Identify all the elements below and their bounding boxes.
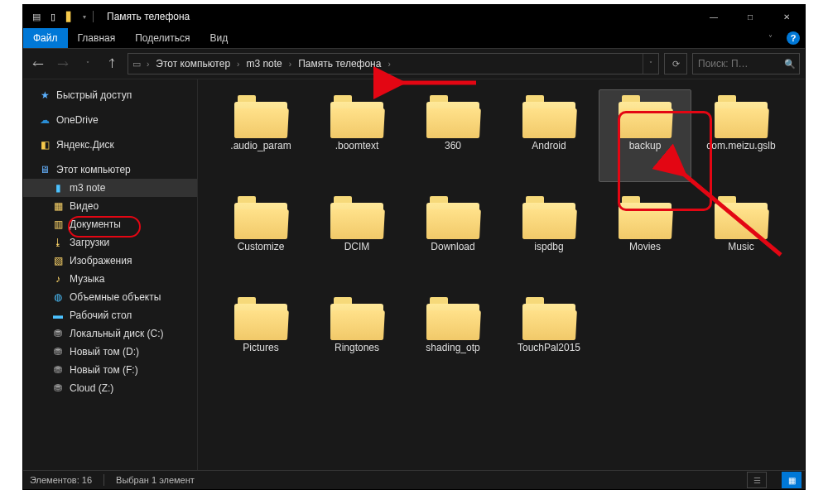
navigation-pane: ★Быстрый доступ ☁OneDrive ◧Яндекс.Диск 🖥… <box>23 79 198 470</box>
close-button[interactable]: ✕ <box>768 5 805 28</box>
sidebar-local-c[interactable]: ⛃Локальный диск (C:) <box>23 324 197 343</box>
folder-item[interactable]: shading_otp <box>407 291 499 384</box>
sidebar-music[interactable]: ♪Музыка <box>23 270 197 288</box>
chevron-right-icon[interactable]: › <box>145 60 151 69</box>
tab-home[interactable]: Главная <box>68 28 126 48</box>
folder-icon <box>619 95 672 138</box>
folder-icon <box>522 196 575 239</box>
sidebar-downloads[interactable]: ⭳Загрузки <box>23 233 197 252</box>
sidebar-new-f[interactable]: ⛃Новый том (F:) <box>23 361 197 379</box>
address-dropdown-icon[interactable]: ˅ <box>643 54 658 74</box>
folder-item[interactable]: DCIM <box>310 190 403 283</box>
sidebar-desktop[interactable]: ▬Рабочий стол <box>23 306 197 324</box>
folder-item[interactable]: com.meizu.gslb <box>695 89 787 182</box>
refresh-button[interactable]: ⟳ <box>664 53 687 74</box>
folder-item[interactable]: 360 <box>407 89 499 182</box>
sidebar-yandex-disk[interactable]: ◧Яндекс.Диск <box>23 136 197 154</box>
sidebar-pictures[interactable]: ▧Изображения <box>23 252 197 270</box>
search-box[interactable]: 🔍 <box>692 53 800 74</box>
folder-item[interactable]: Android <box>503 89 595 182</box>
folder-label: TouchPal2015 <box>518 342 580 353</box>
address-bar[interactable]: ▭ › Этот компьютер › m3 note › Память те… <box>128 53 659 74</box>
folder-item[interactable]: TouchPal2015 <box>503 291 595 384</box>
chevron-right-icon[interactable]: › <box>287 60 293 69</box>
drive-icon: ⛃ <box>51 327 65 340</box>
folder-item[interactable]: Ringtones <box>310 291 403 384</box>
nav-forward-button[interactable]: 🡒 <box>53 54 73 74</box>
folder-icon <box>426 95 479 138</box>
maximize-button[interactable]: □ <box>732 5 768 28</box>
tab-share[interactable]: Поделиться <box>125 28 200 48</box>
sidebar-item-label: Загрузки <box>70 237 109 248</box>
help-button[interactable]: ? <box>782 28 805 48</box>
folder-item[interactable]: .boomtext <box>310 89 403 182</box>
folder-label: com.meizu.gslb <box>706 140 775 151</box>
sidebar-documents[interactable]: ▥Документы <box>23 215 197 233</box>
sidebar-new-d[interactable]: ⛃Новый том (D:) <box>23 343 197 361</box>
ribbon-expand-icon[interactable]: ˅ <box>758 28 782 48</box>
status-separator <box>104 474 104 486</box>
folder-item[interactable]: Pictures <box>214 291 307 384</box>
minimize-button[interactable]: — <box>696 5 732 28</box>
sidebar-item-label: Музыка <box>70 273 104 285</box>
folder-label: backup <box>629 140 662 151</box>
sidebar-item-label: Этот компьютер <box>56 164 131 175</box>
folder-label: .audio_param <box>230 140 291 151</box>
window-controls: — □ ✕ <box>696 5 805 28</box>
folder-item[interactable]: Music <box>695 190 787 283</box>
sidebar-item-label: Рабочий стол <box>70 310 132 321</box>
folder-item[interactable]: Download <box>407 190 499 283</box>
ribbon-tabs: Файл Главная Поделиться Вид ˅ ? <box>23 28 805 49</box>
search-input[interactable] <box>696 57 784 70</box>
nav-up-button[interactable]: 🡑 <box>103 54 123 74</box>
chevron-right-icon[interactable]: › <box>235 60 241 69</box>
cube-icon: ◍ <box>51 290 65 304</box>
nav-recent-dropdown[interactable]: ˅ <box>78 54 98 74</box>
help-icon: ? <box>787 31 800 45</box>
desktop-icon: ▬ <box>51 309 65 322</box>
folder-label: Customize <box>238 241 285 252</box>
disk-icon: ◧ <box>38 138 51 151</box>
sidebar-item-label: Объемные объекты <box>70 291 161 303</box>
nav-back-button[interactable]: 🡐 <box>28 54 48 74</box>
sidebar-quick-access[interactable]: ★Быстрый доступ <box>23 86 197 104</box>
tab-view[interactable]: Вид <box>200 28 238 48</box>
sidebar-onedrive[interactable]: ☁OneDrive <box>23 111 197 129</box>
folder-icon: ▋ <box>63 10 76 23</box>
breadcrumb-this-pc[interactable]: Этот компьютер <box>151 54 235 74</box>
folder-item[interactable]: .audio_param <box>214 89 307 182</box>
phone-icon: ▮ <box>51 181 65 194</box>
quick-access-toolbar: ▤ ▯ ▋ ▾ <box>30 10 86 23</box>
view-large-icons-button[interactable]: ▦ <box>782 472 802 488</box>
sidebar-video[interactable]: ▦Видео <box>23 197 197 215</box>
properties-icon[interactable]: ▯ <box>46 10 60 23</box>
status-item-count: Элементов: 16 <box>30 475 92 485</box>
breadcrumb-phone-storage[interactable]: Память телефона <box>293 54 386 74</box>
cloud-icon: ☁ <box>38 113 51 127</box>
folder-item[interactable]: ispdbg <box>503 190 595 283</box>
sidebar-cloud-z[interactable]: ⛃Cloud (Z:) <box>23 379 197 397</box>
folder-icon <box>715 95 768 138</box>
sidebar-this-pc[interactable]: 🖥Этот компьютер <box>23 161 197 179</box>
documents-icon: ▥ <box>51 218 65 231</box>
sidebar-3d-objects[interactable]: ◍Объемные объекты <box>23 288 197 306</box>
view-details-button[interactable]: ☰ <box>747 472 767 488</box>
sidebar-item-label: Изображения <box>70 255 132 266</box>
folder-item[interactable]: Customize <box>214 190 307 283</box>
folder-icon <box>619 196 672 239</box>
folder-grid: .audio_param.boomtext360Androidbackupcom… <box>214 89 797 384</box>
folder-label: Android <box>532 140 566 151</box>
folder-icon <box>234 95 287 138</box>
folder-label: Movies <box>629 241 661 252</box>
content-pane[interactable]: .audio_param.boomtext360Androidbackupcom… <box>198 79 805 470</box>
folder-item[interactable]: Movies <box>599 190 691 283</box>
folder-item[interactable]: backup <box>599 89 691 182</box>
sidebar-item-label: Новый том (D:) <box>70 346 139 358</box>
address-row: 🡐 🡒 ˅ 🡑 ▭ › Этот компьютер › m3 note › П… <box>23 49 805 79</box>
breadcrumb-m3-note[interactable]: m3 note <box>241 54 286 74</box>
tab-file[interactable]: Файл <box>23 28 68 48</box>
drive-icon: ▤ <box>30 10 43 23</box>
sidebar-m3-note[interactable]: ▮m3 note <box>23 179 197 197</box>
chevron-right-icon[interactable]: › <box>386 60 392 69</box>
qat-dropdown-icon[interactable]: ▾ <box>83 13 86 21</box>
